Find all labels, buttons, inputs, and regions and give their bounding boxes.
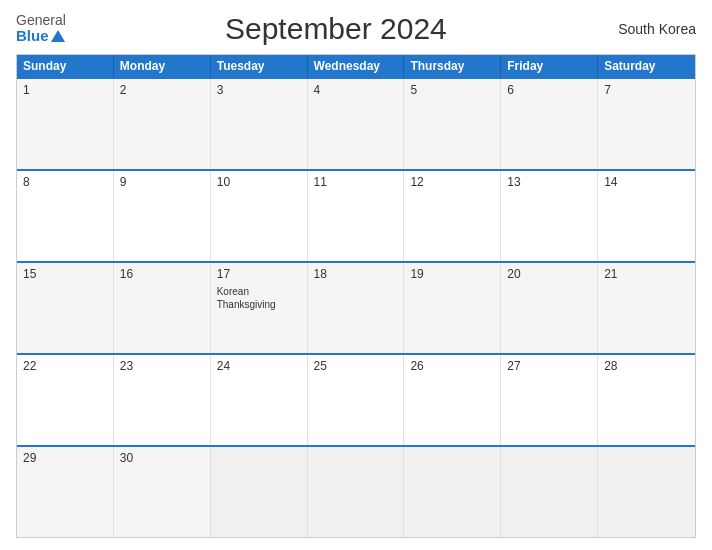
logo-triangle-icon bbox=[51, 30, 65, 42]
day-empty-2 bbox=[308, 447, 405, 537]
calendar-title: September 2024 bbox=[66, 12, 606, 46]
day-8: 8 bbox=[17, 171, 114, 261]
header-thursday: Thursday bbox=[404, 55, 501, 77]
day-empty-1 bbox=[211, 447, 308, 537]
day-4: 4 bbox=[308, 79, 405, 169]
day-27: 27 bbox=[501, 355, 598, 445]
calendar-page: General Blue September 2024 South Korea … bbox=[0, 0, 712, 550]
day-1: 1 bbox=[17, 79, 114, 169]
day-14: 14 bbox=[598, 171, 695, 261]
day-empty-5 bbox=[598, 447, 695, 537]
week-5: 29 30 bbox=[17, 445, 695, 537]
day-25: 25 bbox=[308, 355, 405, 445]
header-tuesday: Tuesday bbox=[211, 55, 308, 77]
day-11: 11 bbox=[308, 171, 405, 261]
header-monday: Monday bbox=[114, 55, 211, 77]
logo-general-text: General bbox=[16, 13, 66, 28]
day-21: 21 bbox=[598, 263, 695, 353]
calendar-body: 1 2 3 4 5 6 7 8 9 10 11 12 13 14 15 16 bbox=[17, 77, 695, 537]
day-28: 28 bbox=[598, 355, 695, 445]
country-label: South Korea bbox=[606, 21, 696, 37]
day-13: 13 bbox=[501, 171, 598, 261]
day-26: 26 bbox=[404, 355, 501, 445]
day-7: 7 bbox=[598, 79, 695, 169]
day-23: 23 bbox=[114, 355, 211, 445]
week-3: 15 16 17 Korean Thanksgiving 18 19 20 21 bbox=[17, 261, 695, 353]
calendar-header: Sunday Monday Tuesday Wednesday Thursday… bbox=[17, 55, 695, 77]
day-17: 17 Korean Thanksgiving bbox=[211, 263, 308, 353]
day-30: 30 bbox=[114, 447, 211, 537]
week-2: 8 9 10 11 12 13 14 bbox=[17, 169, 695, 261]
day-19: 19 bbox=[404, 263, 501, 353]
header-wednesday: Wednesday bbox=[308, 55, 405, 77]
day-18: 18 bbox=[308, 263, 405, 353]
header-sunday: Sunday bbox=[17, 55, 114, 77]
day-9: 9 bbox=[114, 171, 211, 261]
day-6: 6 bbox=[501, 79, 598, 169]
day-16: 16 bbox=[114, 263, 211, 353]
page-header: General Blue September 2024 South Korea bbox=[16, 12, 696, 46]
day-3: 3 bbox=[211, 79, 308, 169]
day-24: 24 bbox=[211, 355, 308, 445]
calendar-grid: Sunday Monday Tuesday Wednesday Thursday… bbox=[16, 54, 696, 538]
day-empty-4 bbox=[501, 447, 598, 537]
week-1: 1 2 3 4 5 6 7 bbox=[17, 77, 695, 169]
korean-thanksgiving-event: Korean Thanksgiving bbox=[217, 285, 301, 311]
day-2: 2 bbox=[114, 79, 211, 169]
day-12: 12 bbox=[404, 171, 501, 261]
day-20: 20 bbox=[501, 263, 598, 353]
day-22: 22 bbox=[17, 355, 114, 445]
week-4: 22 23 24 25 26 27 28 bbox=[17, 353, 695, 445]
day-15: 15 bbox=[17, 263, 114, 353]
day-5: 5 bbox=[404, 79, 501, 169]
logo: General Blue bbox=[16, 13, 66, 45]
header-saturday: Saturday bbox=[598, 55, 695, 77]
day-29: 29 bbox=[17, 447, 114, 537]
day-10: 10 bbox=[211, 171, 308, 261]
logo-blue-text: Blue bbox=[16, 28, 65, 45]
day-empty-3 bbox=[404, 447, 501, 537]
header-friday: Friday bbox=[501, 55, 598, 77]
